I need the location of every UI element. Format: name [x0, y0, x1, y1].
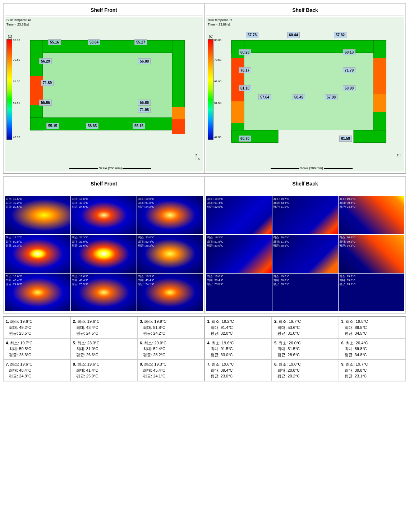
svg-rect-14 [373, 94, 386, 112]
back-stats-8: 8. 최소: 19.6°C 최대: 20.8°C 평균: 20.2°C [272, 359, 339, 381]
front-temp-top-center: 58.84 [88, 39, 100, 45]
front-stats-1: 1. 최소: 19.6°C 최대: 49.2°C 평균: 23.5°C [3, 317, 70, 338]
shelf-front-title: Shelf Front [5, 5, 203, 15]
front-cell-5: 최소: 23.3°C최대: 31.0°C평균: 26.6°C [71, 235, 137, 272]
back-cell-3-text: 최소: 19.8°C최대: 89.5°C평균: 34.5°C [339, 197, 355, 209]
back-cell-8: 최소: 19.6°C최대: 20.8°C평균: 20.2°C [272, 274, 338, 311]
back-cell-9: 최소: 19.7°C최대: 39.8°C평균: 23.1°C [339, 274, 404, 311]
shelf-back-title: Shelf Back [206, 5, 404, 15]
back-stats-5: 5. 최소: 20.0°C 최대: 51.5°C 평균: 28.6°C [272, 338, 339, 360]
back-stats-panel: 1. 최소: 19.2°C 최대: 91.4°C 평균: 32.0°C 2. 최… [205, 317, 406, 381]
front-cell-2-text: 최소: 19.6°C최대: 43.4°C평균: 24.5°C [72, 197, 88, 209]
front-cell-9-text: 최소: 19.3°C최대: 45.4°C평균: 24.1°C [138, 274, 154, 286]
svg-rect-4 [43, 53, 172, 118]
middle-thermal-section: Shelf Front 최소: 19.6°C최대: 49.2°C평균: 23.5… [3, 176, 406, 313]
back-temp-bot-right: 61.59 [339, 136, 352, 142]
back-stats-9: 9. 최소: 19.7°C 최대: 39.8°C 평균: 23.1°C [339, 359, 406, 381]
front-unit-label: [C] [8, 35, 12, 38]
back-stats-6: 6. 최소: 20.4°C 최대: 89.8°C 평균: 34.8°C [339, 338, 406, 360]
front-cell-9: 최소: 19.3°C최대: 45.4°C평균: 24.1°C [137, 274, 203, 311]
back-cell-9-text: 최소: 19.7°C최대: 39.8°C평균: 23.1°C [339, 274, 355, 286]
front-cell-6-text: 최소: 20.0°C최대: 52.4°C평균: 28.2°C [138, 235, 154, 248]
front-stats-2: 2. 최소: 19.6°C 최대: 43.4°C 평균: 24.5°C [70, 317, 138, 338]
front-temp-left-lower: 55.65 [39, 100, 52, 106]
front-stats-8: 8. 최소: 19.6°C 최대: 41.4°C 평균: 25.9°C [70, 359, 138, 381]
back-thermal-grid: 최소: 19.2°C최대: 91.4°C평균: 32.0°C 최소: 19.7°… [206, 196, 404, 311]
back-bulk-temp-label: Bulk temperature Time = 23.89[s] [208, 18, 233, 27]
back-stats-grid: 1. 최소: 19.2°C 최대: 91.4°C 평균: 32.0°C 2. 최… [205, 317, 406, 381]
svg-rect-11 [231, 101, 244, 123]
svg-rect-16 [354, 130, 386, 143]
front-bulk-temp-label: Bulk temperature Time = 23.89[s] [6, 18, 31, 27]
front-temp-right-upper: 56.88 [138, 58, 151, 64]
back-temp-right-upper2: 71.79 [343, 67, 355, 73]
front-stats-6: 6. 최소: 20.0°C 최대: 52.4°C 평균: 28.2°C [137, 338, 204, 360]
back-thermal-grid-panel: Shelf Back 최소: 19.2°C최대: 91.4°C평균: 32.0°… [204, 177, 406, 313]
back-stats-2: 2. 최소: 19.7°C 최대: 53.6°C 평균: 31.0°C [272, 317, 339, 338]
svg-rect-7 [172, 107, 185, 119]
back-cell-1: 최소: 19.2°C최대: 91.4°C평균: 32.0°C [206, 196, 272, 234]
svg-rect-6 [172, 119, 185, 134]
front-cell-5-text: 최소: 23.3°C최대: 31.0°C평균: 26.6°C [72, 235, 88, 248]
front-temp-bot-left: 55.15 [46, 123, 59, 129]
back-temp-right-upper1: 60.13 [343, 49, 355, 55]
front-temp-bot-center: 58.85 [86, 123, 98, 129]
back-grid-title: Shelf Back [206, 179, 404, 189]
back-temp-left-upper1: 60.23 [239, 49, 251, 55]
back-unit-label: [C] [209, 35, 213, 38]
back-cell-4-text: 최소: 19.5°C최대: 91.5°C평균: 33.0°C [207, 235, 223, 248]
front-grid-title: Shelf Front [5, 179, 203, 189]
front-temp-right-mid: 71.95 [138, 107, 151, 113]
front-thermal-grid-panel: Shelf Front 최소: 19.6°C최대: 49.2°C평균: 23.5… [3, 177, 204, 313]
back-stats-4: 4. 최소: 19.6°C 최대: 91.5°C 평균: 33.0°C [205, 338, 272, 360]
back-temp-top-left: 57.78 [246, 32, 258, 38]
front-cell-3: 최소: 19.9°C최대: 51.8°C평균: 24.2°C [137, 196, 203, 234]
back-cell-1-text: 최소: 19.2°C최대: 91.4°C평균: 32.0°C [207, 197, 223, 209]
front-temp-top-left: 55.16 [48, 39, 61, 45]
front-cell-8: 최소: 19.6°C최대: 41.4°C평균: 25.9°C [71, 274, 137, 311]
shelf-front-diagram: Bulk temperature Time = 23.89[s] [C] 80.… [5, 17, 203, 171]
front-scale-info: Scale (200 mm) [19, 166, 201, 170]
back-cell-6: 최소: 20.4°C최대: 89.8°C평균: 34.8°C [339, 235, 404, 272]
back-cell-5-text: 최소: 20.0°C최대: 51.5°C평균: 28.6°C [273, 235, 289, 248]
back-scale-info: Scale (200 mm) [221, 166, 403, 170]
back-cell-4: 최소: 19.5°C최대: 91.5°C평균: 33.0°C [206, 235, 272, 272]
front-stats-grid: 1. 최소: 19.6°C 최대: 49.2°C 평균: 23.5°C 2. 최… [3, 317, 204, 381]
front-temp-top-right: 55.27 [134, 39, 147, 45]
back-temp-left-mid: 61.10 [239, 85, 251, 91]
front-stats-panel: 1. 최소: 19.6°C 최대: 49.2°C 평균: 23.5°C 2. 최… [3, 317, 205, 381]
back-cell-3: 최소: 19.8°C최대: 89.5°C평균: 34.5°C [339, 196, 404, 234]
front-thermal-grid: 최소: 19.6°C최대: 49.2°C평균: 23.5°C 최소: 19.6°… [5, 196, 203, 311]
front-cell-7-text: 최소: 19.6°C최대: 48.4°C평균: 24.8°C [6, 274, 22, 286]
front-scale-text: Scale (200 mm) [19, 166, 201, 170]
front-cell-4: 최소: 19.7°C최대: 50.5°C평균: 28.3°C [5, 235, 70, 272]
shelf-front-panel: Shelf Front Bulk temperature Time = 23.8… [3, 3, 204, 173]
back-cell-7: 최소: 19.6°C최대: 39.4°C평균: 23.0°C [206, 274, 272, 311]
front-color-scale [6, 39, 12, 140]
front-cell-4-text: 최소: 19.7°C최대: 50.5°C평균: 28.3°C [6, 235, 22, 248]
front-cell-8-text: 최소: 19.6°C최대: 41.4°C평균: 25.9°C [72, 274, 88, 286]
front-cell-7: 최소: 19.6°C최대: 48.4°C평균: 24.8°C [5, 274, 70, 311]
back-cell-5: 최소: 20.0°C최대: 51.5°C평균: 28.6°C [272, 235, 338, 272]
front-cell-1-text: 최소: 19.6°C최대: 49.2°C평균: 23.5°C [6, 197, 22, 209]
front-cell-2: 최소: 19.6°C최대: 43.4°C평균: 24.5°C [71, 196, 137, 234]
back-temp-bot-left: 60.70 [239, 136, 251, 142]
front-stats-4: 4. 최소: 19.7°C 최대: 50.5°C 평균: 28.3°C [3, 338, 70, 360]
back-cell-6-text: 최소: 20.4°C최대: 89.8°C평균: 34.8°C [339, 235, 355, 248]
back-temp-right-mid: 60.90 [343, 85, 355, 91]
back-color-scale [208, 39, 213, 140]
back-temp-center-mid: 57.64 [258, 94, 271, 100]
front-temp-left-mid: 71.89 [41, 80, 54, 86]
back-cell-2-text: 최소: 19.7°C최대: 53.6°C평균: 31.0°C [273, 197, 289, 209]
svg-rect-17 [244, 53, 373, 130]
back-temp-top-right: 57.82 [334, 32, 346, 38]
svg-rect-10 [231, 58, 244, 101]
back-temp-center-mid3: 57.98 [325, 94, 337, 100]
front-cell-6: 최소: 20.0°C최대: 52.4°C평균: 28.2°C [137, 235, 203, 272]
back-stats-3: 3. 최소: 19.8°C 최대: 89.5°C 평균: 34.5°C [339, 317, 406, 338]
back-cell-7-text: 최소: 19.6°C최대: 39.4°C평균: 23.0°C [207, 274, 223, 286]
back-temp-left-upper2: 78.17 [239, 67, 251, 73]
front-stats-5: 5. 최소: 23.3°C 최대: 31.0°C 평균: 26.6°C [70, 338, 138, 360]
front-shelf-svg [19, 29, 196, 159]
front-axis: Z ↑ → X [193, 153, 200, 161]
